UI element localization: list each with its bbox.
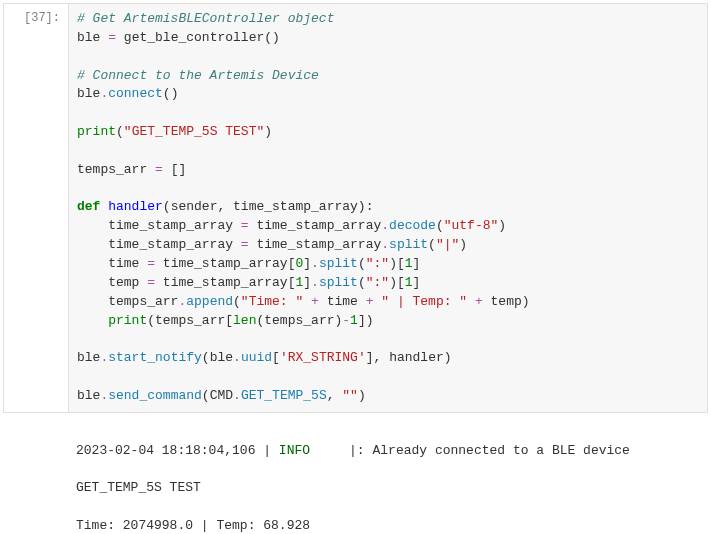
- log-level: INFO: [279, 443, 310, 458]
- code-line: temps_arr = []: [77, 161, 699, 180]
- code-cell: [37]: # Get ArtemisBLEController object …: [3, 3, 708, 413]
- code-line: print(temps_arr[len(temps_arr)-1]): [77, 312, 699, 331]
- output-line: Time: 2074998.0 | Temp: 68.928: [76, 517, 699, 534]
- code-line: temps_arr.append("Time: " + time + " | T…: [77, 293, 699, 312]
- output-area: 2023-02-04 18:18:04,106 | INFO |: Alread…: [3, 416, 708, 534]
- code-input[interactable]: # Get ArtemisBLEController object ble = …: [68, 4, 707, 412]
- code-line: [77, 368, 699, 387]
- code-line: time_stamp_array = time_stamp_array.spli…: [77, 236, 699, 255]
- code-line: [77, 180, 699, 199]
- output-line: GET_TEMP_5S TEST: [76, 479, 699, 498]
- prompt-label: [37]:: [24, 11, 60, 25]
- code-line: def handler(sender, time_stamp_array):: [77, 198, 699, 217]
- code-line: time_stamp_array = time_stamp_array.deco…: [77, 217, 699, 236]
- code-line: ble.connect(): [77, 85, 699, 104]
- code-line: # Connect to the Artemis Device: [77, 67, 699, 86]
- code-line: [77, 48, 699, 67]
- code-line: ble.start_notify(ble.uuid['RX_STRING'], …: [77, 349, 699, 368]
- code-line: print("GET_TEMP_5S TEST"): [77, 123, 699, 142]
- execution-prompt: [37]:: [4, 4, 68, 412]
- log-line: 2023-02-04 18:18:04,106 | INFO |: Alread…: [76, 442, 699, 461]
- code-line: [77, 142, 699, 161]
- code-line: [77, 104, 699, 123]
- code-line: # Get ArtemisBLEController object: [77, 10, 699, 29]
- code-line: [77, 330, 699, 349]
- code-line: time = time_stamp_array[0].split(":")[1]: [77, 255, 699, 274]
- code-line: ble = get_ble_controller(): [77, 29, 699, 48]
- code-line: temp = time_stamp_array[1].split(":")[1]: [77, 274, 699, 293]
- code-line: ble.send_command(CMD.GET_TEMP_5S, ""): [77, 387, 699, 406]
